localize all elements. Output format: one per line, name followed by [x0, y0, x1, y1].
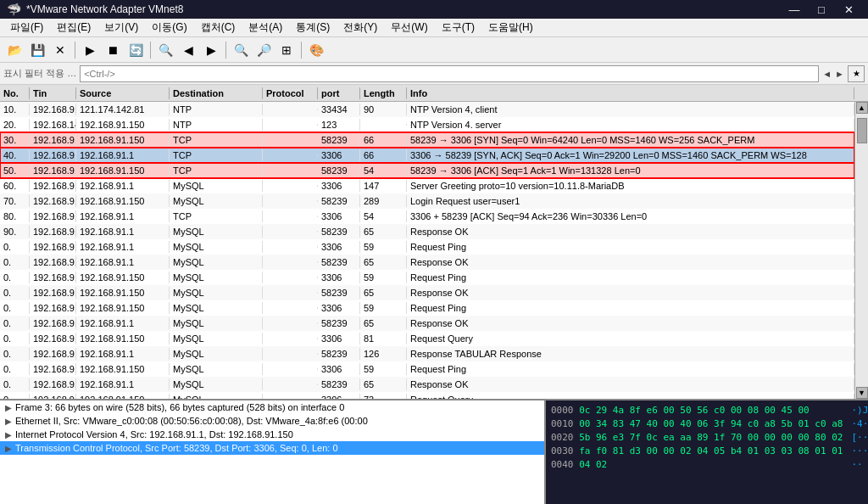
packet-scrollbar[interactable]: ▲ ▼ — [854, 102, 868, 399]
menu-item-y[interactable]: 전화(Y) — [337, 19, 384, 37]
cell-proto — [263, 368, 318, 370]
menu-item-t[interactable]: 도구(T) — [435, 19, 481, 37]
toolbar-btn-zoom-out[interactable]: 🔎 — [253, 39, 275, 61]
packet-row[interactable]: 20. 192.168.142.81 192.168.91.150 NTP 12… — [0, 117, 854, 132]
cell-time: 192.168.91.150 — [30, 226, 76, 238]
packet-row[interactable]: 40. 192.168.91.150 192.168.91.1 TCP 3306… — [0, 148, 854, 163]
toolbar-btn-fwd[interactable]: ▶ — [200, 39, 222, 61]
menu-item-e[interactable]: 편집(E) — [50, 19, 97, 37]
minimize-button[interactable]: — — [782, 0, 807, 19]
cell-port: 58239 — [318, 195, 360, 207]
cell-len: 59 — [360, 241, 407, 253]
cell-dst: TCP — [170, 134, 263, 146]
cell-no: 0. — [0, 287, 30, 299]
cell-dst: MySQL — [170, 226, 263, 238]
detail-label: Transmission Control Protocol, Src Port:… — [15, 443, 338, 453]
packet-row[interactable]: 0. 192.168.91.150 192.168.91.1 MySQL 582… — [0, 316, 854, 331]
packet-row[interactable]: 0. 192.168.91.1 192.168.91.150 MySQL 330… — [0, 270, 854, 285]
cell-proto — [263, 353, 318, 355]
filter-arrow-right[interactable]: ► — [835, 69, 844, 79]
menu-item-c[interactable]: 캡처(C) — [194, 19, 242, 37]
toolbar-btn-zoom-fit[interactable]: ⊞ — [275, 39, 298, 61]
packet-row[interactable]: 0. 192.168.91.150 192.168.91.1 MySQL 582… — [0, 346, 854, 361]
cell-port: 123 — [318, 119, 360, 131]
packet-row[interactable]: 10. 192.168.91.150 121.174.142.81 NTP 33… — [0, 102, 854, 117]
cell-time: 192.168.91.150 — [30, 348, 76, 360]
menu-item-f[interactable]: 파일(F) — [3, 19, 50, 37]
packet-row[interactable]: 0. 192.168.91.1 192.168.91.150 MySQL 582… — [0, 285, 854, 300]
menu-item-s[interactable]: 통계(S) — [289, 19, 337, 37]
cell-port: 3306 — [318, 241, 360, 253]
cell-port: 3306 — [318, 333, 360, 344]
filter-bookmark[interactable]: ★ — [848, 65, 865, 82]
cell-port: 58239 — [318, 134, 360, 146]
detail-row[interactable]: ▶Frame 3: 66 bytes on wire (528 bits), 6… — [0, 400, 544, 414]
close-button[interactable]: ✕ — [836, 0, 861, 19]
cell-info: Request Ping — [407, 272, 854, 283]
toolbar-btn-stop[interactable]: ⏹ — [102, 39, 124, 61]
cell-len: 65 — [360, 317, 407, 329]
menu-item-g[interactable]: 이동(G) — [145, 19, 193, 37]
packet-row[interactable]: 50. 192.168.91.1 192.168.91.150 TCP 5823… — [0, 163, 854, 178]
cell-len: 65 — [360, 256, 407, 268]
packet-row[interactable]: 30. 192.168.91.1 192.168.91.150 TCP 5823… — [0, 132, 854, 148]
menu-item-h[interactable]: 도움말(H) — [481, 19, 540, 37]
packet-row[interactable]: 0. 192.168.91.150 192.168.91.1 MySQL 582… — [0, 255, 854, 270]
hex-line: 0030 fa f0 81 d3 00 00 02 04 05 b4 01 03… — [551, 445, 843, 458]
packet-row[interactable]: 0. 192.168.91.150 192.168.91.1 MySQL 582… — [0, 377, 854, 392]
maximize-button[interactable]: □ — [809, 0, 834, 19]
toolbar-btn-1[interactable]: 📂 — [3, 39, 25, 61]
scroll-up-btn[interactable]: ▲ — [856, 102, 868, 114]
filter-arrow-left[interactable]: ◄ — [822, 69, 832, 79]
packet-row[interactable]: 60. 192.168.91.150 192.168.91.1 MySQL 33… — [0, 178, 854, 193]
packet-row[interactable]: 0. 192.168.91.1 192.168.91.150 MySQL 330… — [0, 361, 854, 377]
cell-time: 192.168.91.1 — [30, 302, 76, 314]
cell-no: 0. — [0, 241, 30, 253]
hex-line: 0000 0c 29 4a 8f e6 00 50 56 c0 00 08 00… — [551, 404, 843, 417]
filter-bar: 표시 필터 적용 … ◄ ► ★ — [0, 63, 868, 85]
packet-row[interactable]: 90. 192.168.91.150 192.168.91.1 MySQL 58… — [0, 224, 854, 239]
cell-dst: MySQL — [170, 317, 263, 329]
toolbar-btn-filter[interactable]: 🔍 — [154, 39, 176, 61]
cell-port: 58239 — [318, 165, 360, 176]
cell-proto — [263, 154, 318, 156]
menu-item-v[interactable]: 보기(V) — [97, 19, 145, 37]
cell-port: 3306 — [318, 210, 360, 222]
scroll-down-btn[interactable]: ▼ — [856, 387, 868, 399]
cell-time: 192.168.91.1 — [30, 394, 76, 399]
detail-row[interactable]: ▶Internet Protocol Version 4, Src: 192.1… — [0, 428, 544, 441]
cell-time: 192.168.91.150 — [30, 180, 76, 192]
scroll-thumb[interactable] — [857, 118, 867, 143]
menu-item-w[interactable]: 무선(W) — [384, 19, 434, 37]
cell-proto — [263, 384, 318, 385]
toolbar-btn-zoom-in[interactable]: 🔍 — [230, 39, 252, 61]
toolbar-btn-3[interactable]: ✕ — [49, 39, 71, 61]
packet-row[interactable]: 80. 192.168.91.150 192.168.91.1 TCP 3306… — [0, 209, 854, 224]
cell-info: Request Query — [407, 394, 854, 399]
cell-no: 20. — [0, 119, 30, 131]
toolbar-btn-start[interactable]: ▶ — [79, 39, 101, 61]
packet-row[interactable]: 70. 192.168.91.1 192.168.91.150 MySQL 58… — [0, 193, 854, 209]
detail-row[interactable]: ▶Ethernet II, Src: VMware_c0:00:08 (00:5… — [0, 414, 544, 428]
menu-item-a[interactable]: 분석(A) — [242, 19, 289, 37]
hex-ascii-line: ················ — [851, 445, 868, 458]
toolbar-btn-back[interactable]: ◀ — [177, 39, 199, 61]
packet-row[interactable]: 0. 192.168.91.150 192.168.91.1 MySQL 330… — [0, 239, 854, 255]
cell-dst: MySQL — [170, 241, 263, 253]
cell-info: Login Request user=user1 — [407, 195, 854, 207]
cell-no: 0. — [0, 333, 30, 344]
packet-list: 10. 192.168.91.150 121.174.142.81 NTP 33… — [0, 102, 854, 399]
cell-dst: MySQL — [170, 180, 263, 192]
packet-row[interactable]: 0. 192.168.91.1 192.168.91.150 MySQL 330… — [0, 300, 854, 316]
toolbar-btn-restart[interactable]: 🔄 — [125, 39, 147, 61]
cell-time: 192.168.142.81 — [30, 119, 76, 131]
toolbar-btn-2[interactable]: 💾 — [26, 39, 48, 61]
detail-row[interactable]: ▶Transmission Control Protocol, Src Port… — [0, 441, 544, 455]
scroll-track[interactable] — [856, 114, 868, 387]
toolbar-btn-coloring[interactable]: 🎨 — [305, 39, 327, 61]
packet-row[interactable]: 0. 192.168.91.1 192.168.91.150 MySQL 330… — [0, 392, 854, 399]
hex-right: ·)J···PV····E··4·G@·@·?···[···[·······p·… — [851, 404, 868, 504]
packet-row[interactable]: 0. 192.168.91.1 192.168.91.150 MySQL 330… — [0, 331, 854, 346]
cell-time: 192.168.91.1 — [30, 363, 76, 375]
filter-input[interactable] — [80, 65, 819, 82]
